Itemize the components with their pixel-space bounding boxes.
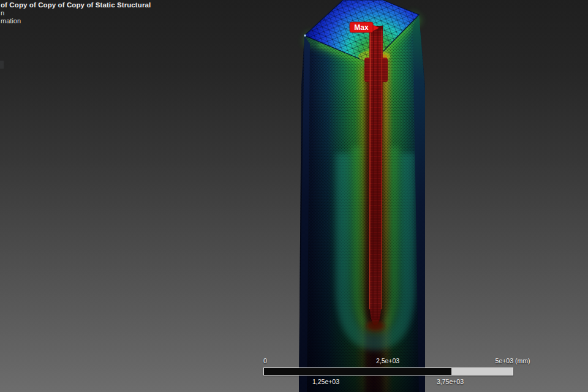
- soil-block: [299, 15, 425, 392]
- ruler-label-q3: 3,75e+03: [437, 378, 464, 385]
- pile-tip-halo: [366, 320, 385, 331]
- scale-ruler: 0 2,5e+03 5e+03 (mm) 1,25e+03 3,75e+03: [263, 357, 538, 388]
- ruler-label-mid: 2,5e+03: [376, 357, 399, 364]
- model-canvas[interactable]: Max: [0, 0, 588, 392]
- corner-glint: [304, 34, 306, 37]
- pile-core-shade-2: [377, 28, 378, 318]
- ruler-label-q1: 1,25e+03: [312, 378, 339, 385]
- pile-core-shade-1: [373, 28, 374, 318]
- ruler-label-min: 0: [263, 357, 267, 364]
- ruler-label-max: 5e+03 (mm): [496, 357, 530, 364]
- header-line-solution: n: [1, 9, 151, 17]
- ruler-bar: [263, 368, 513, 375]
- result-header: of Copy of Copy of Copy of Static Struct…: [1, 1, 151, 25]
- graphics-viewport[interactable]: Max of Copy of Copy of Copy of Static St…: [0, 0, 588, 392]
- max-marker-label: Max: [354, 23, 369, 32]
- header-line-result: mation: [1, 17, 151, 25]
- pile-rod-mesh: [369, 26, 383, 325]
- header-line-environment: of Copy of Copy of Copy of Static Struct…: [1, 1, 151, 9]
- edge-artifact: [0, 61, 4, 69]
